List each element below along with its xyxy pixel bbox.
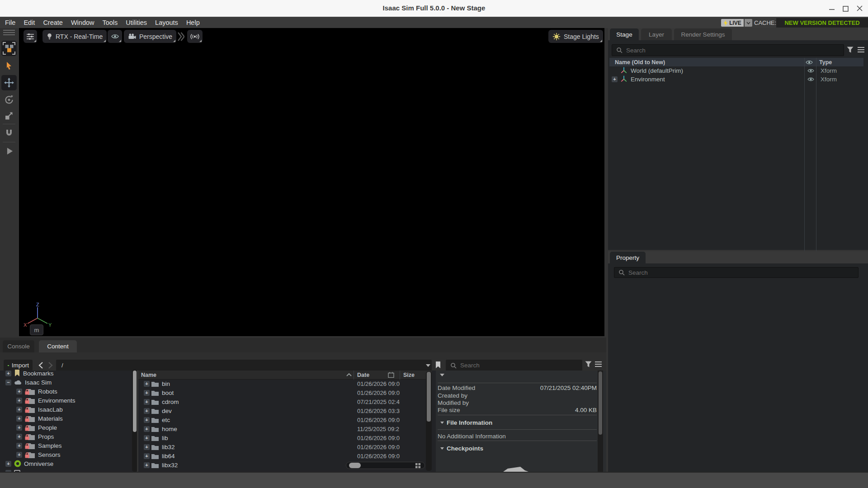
close-icon[interactable] — [856, 5, 863, 12]
menu-file[interactable]: File — [1, 19, 19, 26]
file-row[interactable]: dev 01/26/2026 03:3 — [138, 407, 432, 416]
expand-icon[interactable] — [16, 443, 22, 449]
file-row[interactable]: lib 01/26/2026 09:0 — [138, 434, 432, 443]
file-row[interactable]: etc 01/26/2026 09:0 — [138, 416, 432, 425]
slider-handle[interactable] — [349, 463, 361, 468]
expand-icon[interactable] — [16, 425, 22, 431]
property-search-input[interactable]: Search — [614, 267, 859, 278]
expand-icon[interactable] — [5, 461, 11, 467]
menu-layouts[interactable]: Layouts — [151, 19, 182, 26]
grid-view-icon[interactable] — [415, 463, 421, 469]
file-row[interactable]: lib32 01/26/2026 09:0 — [138, 443, 432, 452]
tab-property[interactable]: Property — [610, 252, 646, 263]
tab-stage[interactable]: Stage — [610, 28, 639, 40]
menu-create[interactable]: Create — [39, 19, 67, 26]
tree-item-robots[interactable]: Robots — [16, 387, 57, 396]
expand-icon[interactable] — [144, 453, 150, 459]
live-button[interactable]: LIVE — [721, 19, 744, 27]
menu-tools[interactable]: Tools — [98, 19, 122, 26]
expand-icon[interactable] — [16, 389, 22, 394]
expand-icon[interactable] — [16, 434, 22, 440]
collapse-details-icon[interactable] — [440, 374, 444, 379]
menu-window[interactable]: Window — [67, 19, 99, 26]
viewport-settings-button[interactable] — [24, 30, 37, 43]
tree-item-sensors[interactable]: Sensors — [16, 450, 61, 459]
camera-button[interactable]: Perspective — [124, 30, 176, 43]
tree-item-samples[interactable]: Samples — [16, 441, 62, 450]
expand-icon[interactable] — [16, 407, 22, 413]
minimize-icon[interactable] — [829, 5, 835, 11]
options-icon[interactable] — [595, 361, 602, 367]
expand-icon[interactable] — [144, 444, 150, 450]
select-tool-button[interactable] — [4, 61, 14, 71]
expand-icon[interactable] — [16, 398, 22, 404]
tree-scrollbar[interactable] — [133, 371, 137, 432]
tree-item-isaac-sim[interactable]: Isaac Sim — [5, 378, 52, 387]
selection-mode-button[interactable] — [1, 41, 17, 56]
filter-icon[interactable] — [585, 361, 592, 367]
renderer-button[interactable]: RTX - Real-Time — [42, 30, 107, 43]
rotate-tool-button[interactable] — [3, 94, 15, 106]
file-list-header[interactable]: Name Date Size — [138, 371, 432, 380]
options-icon[interactable] — [858, 47, 864, 52]
forward-icon[interactable] — [48, 361, 53, 369]
stage-row-environment[interactable]: Environment Xform — [609, 75, 863, 84]
expand-icon[interactable] — [5, 371, 11, 376]
scale-tool-button[interactable] — [4, 110, 14, 121]
file-row[interactable]: cdrom 07/21/2025 02:4 — [138, 398, 432, 407]
expand-icon[interactable] — [144, 462, 150, 468]
live-dropdown[interactable] — [745, 19, 752, 27]
menu-utilities[interactable]: Utilities — [122, 19, 151, 26]
audio-button[interactable] — [187, 30, 203, 43]
tree-item-environments[interactable]: Environments — [16, 396, 75, 405]
snap-tool-button[interactable] — [4, 127, 14, 138]
version-notice[interactable]: NEW VERSION DETECTED — [776, 18, 868, 28]
expand-icon[interactable] — [144, 435, 150, 441]
expand-icon[interactable] — [144, 390, 150, 396]
collapse-icon[interactable] — [5, 380, 11, 385]
file-row[interactable]: bin 01/26/2026 09:0 — [138, 380, 432, 389]
stage-lights-button[interactable]: Stage Lights — [548, 30, 603, 43]
maximize-icon[interactable] — [842, 5, 849, 12]
tab-layer[interactable]: Layer — [641, 28, 672, 40]
add-bookmark-icon[interactable] — [435, 361, 441, 369]
thumbnail-size-slider[interactable] — [346, 462, 425, 469]
eye-column-icon[interactable] — [806, 60, 813, 65]
visibility-eye-icon[interactable] — [807, 68, 814, 73]
tree-item-people[interactable]: People — [16, 423, 57, 432]
move-tool-button[interactable] — [1, 75, 17, 90]
sort-ascending-icon[interactable] — [346, 373, 352, 376]
expand-icon[interactable] — [144, 381, 150, 387]
expand-toolbar-icon[interactable] — [177, 32, 184, 42]
file-list-scrollbar[interactable] — [427, 372, 431, 422]
collapse-section-icon[interactable] — [440, 447, 444, 451]
path-dropdown-icon[interactable] — [426, 364, 430, 369]
expand-icon[interactable] — [144, 399, 150, 405]
file-row[interactable]: lib64 01/26/2026 09:0 — [138, 452, 432, 461]
visibility-eye-icon[interactable] — [807, 77, 814, 82]
collapse-section-icon[interactable] — [440, 422, 444, 426]
file-row[interactable]: boot 01/26/2026 09:0 — [138, 389, 432, 398]
details-scrollbar[interactable] — [599, 371, 602, 435]
back-icon[interactable] — [38, 361, 43, 369]
stage-row-world[interactable]: World (defaultPrim) Xform — [609, 66, 863, 75]
expand-icon[interactable] — [144, 408, 150, 414]
tab-content[interactable]: Content — [39, 340, 77, 352]
tree-item-isaaclab[interactable]: IsaacLab — [16, 405, 63, 414]
content-search-input[interactable]: Search — [446, 360, 582, 371]
path-field[interactable]: / — [56, 360, 432, 371]
play-button[interactable] — [5, 145, 14, 156]
expand-icon[interactable] — [144, 426, 150, 432]
tree-item-materials[interactable]: Materials — [16, 414, 63, 423]
visibility-button[interactable] — [108, 30, 122, 43]
unit-badge[interactable]: m — [30, 324, 43, 335]
stage-search-input[interactable]: Search — [612, 44, 844, 56]
tree-item-omniverse[interactable]: Omniverse — [5, 459, 53, 468]
menu-edit[interactable]: Edit — [19, 19, 39, 26]
file-row[interactable]: home 11/25/2025 09:2 — [138, 425, 432, 434]
tab-render-settings[interactable]: Render Settings — [674, 28, 732, 40]
expand-icon[interactable] — [612, 76, 618, 82]
expand-icon[interactable] — [16, 452, 22, 458]
tree-item-props[interactable]: Props — [16, 432, 54, 441]
toolbar-grip-icon[interactable] — [3, 30, 15, 35]
